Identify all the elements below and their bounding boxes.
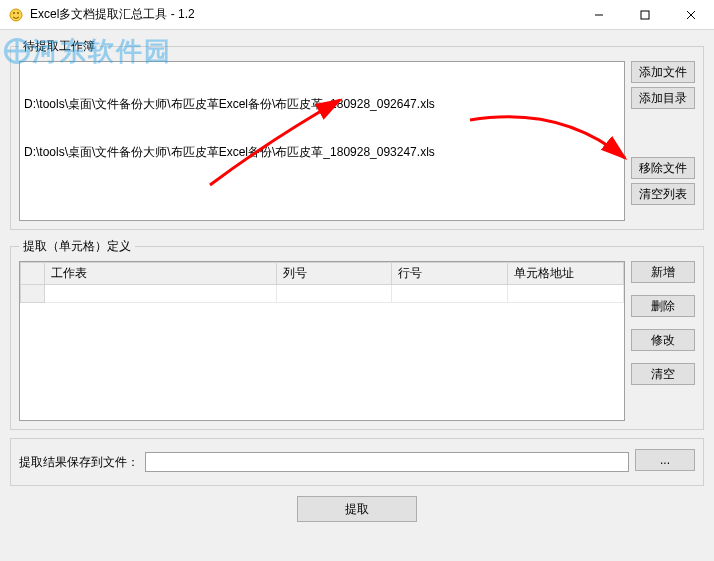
cell-def-group: 提取（单元格）定义 工作表 列号 行号 <box>10 238 704 430</box>
cell-def-group-legend: 提取（单元格）定义 <box>19 238 135 255</box>
grid-empty-row[interactable] <box>21 285 624 303</box>
add-dir-button[interactable]: 添加目录 <box>631 87 695 109</box>
minimize-button[interactable] <box>576 0 622 29</box>
clear-list-button[interactable]: 清空列表 <box>631 183 695 205</box>
svg-point-1 <box>13 12 15 14</box>
celldef-clear-button[interactable]: 清空 <box>631 363 695 385</box>
svg-point-0 <box>10 9 22 21</box>
file-list[interactable]: D:\tools\桌面\文件备份大师\布匹皮革Excel备份\布匹皮革_1809… <box>19 61 625 221</box>
browse-button[interactable]: ... <box>635 449 695 471</box>
save-row: 提取结果保存到文件： ... <box>10 438 704 486</box>
workbook-group: 待提取工作簿 D:\tools\桌面\文件备份大师\布匹皮革Excel备份\布匹… <box>10 38 704 230</box>
extract-button[interactable]: 提取 <box>297 496 417 522</box>
grid-header-row[interactable]: 行号 <box>392 263 508 285</box>
add-file-button[interactable]: 添加文件 <box>631 61 695 83</box>
celldef-add-button[interactable]: 新增 <box>631 261 695 283</box>
close-button[interactable] <box>668 0 714 29</box>
svg-rect-4 <box>641 11 649 19</box>
celldef-del-button[interactable]: 删除 <box>631 295 695 317</box>
window-title: Excel多文档提取汇总工具 - 1.2 <box>30 6 576 23</box>
grid-header-sheet[interactable]: 工作表 <box>45 263 277 285</box>
save-path-input[interactable] <box>145 452 629 472</box>
celldef-edit-button[interactable]: 修改 <box>631 329 695 351</box>
remove-file-button[interactable]: 移除文件 <box>631 157 695 179</box>
file-list-item[interactable]: D:\tools\桌面\文件备份大师\布匹皮革Excel备份\布匹皮革_1809… <box>24 96 620 112</box>
workbook-group-legend: 待提取工作簿 <box>19 38 99 55</box>
file-list-item[interactable]: D:\tools\桌面\文件备份大师\布匹皮革Excel备份\布匹皮革_1809… <box>24 144 620 160</box>
grid-corner <box>21 263 45 285</box>
window-buttons <box>576 0 714 29</box>
title-bar: Excel多文档提取汇总工具 - 1.2 <box>0 0 714 30</box>
svg-point-2 <box>17 12 19 14</box>
app-icon <box>8 7 24 23</box>
grid-header-addr[interactable]: 单元格地址 <box>508 263 624 285</box>
grid-header-col[interactable]: 列号 <box>276 263 392 285</box>
maximize-button[interactable] <box>622 0 668 29</box>
cell-def-grid[interactable]: 工作表 列号 行号 单元格地址 <box>19 261 625 421</box>
client-area: 待提取工作簿 D:\tools\桌面\文件备份大师\布匹皮革Excel备份\布匹… <box>0 30 714 561</box>
save-label: 提取结果保存到文件： <box>19 454 139 471</box>
